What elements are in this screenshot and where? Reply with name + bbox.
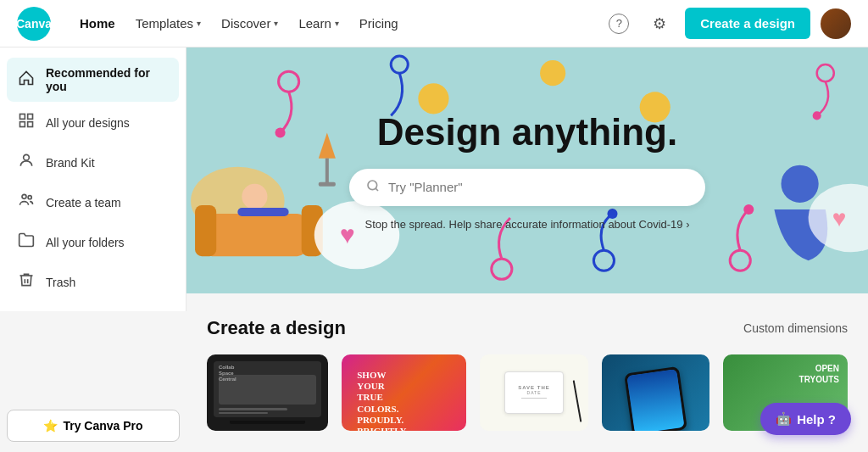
help-button[interactable]: 🤖 Help ? (760, 403, 851, 435)
settings-button[interactable]: ⚙ (644, 8, 675, 39)
design-card-presentation[interactable]: CollabSpaceCentral (207, 354, 328, 431)
svg-point-26 (743, 204, 754, 215)
nav-discover[interactable]: Discover ▾ (213, 11, 287, 36)
grid-icon (17, 112, 36, 133)
svg-point-34 (368, 181, 377, 190)
flyer-text: OPENTRYOUTS (799, 363, 839, 385)
svg-point-5 (22, 194, 26, 198)
svg-point-13 (279, 71, 299, 92)
svg-rect-2 (20, 122, 25, 127)
sidebar-bottom: ⭐ Try Canva Pro (0, 399, 186, 452)
svg-rect-19 (326, 159, 329, 184)
svg-rect-10 (302, 205, 323, 256)
sidebar-item-all-folders[interactable]: All your folders (7, 223, 179, 261)
avatar-initials (821, 8, 851, 39)
svg-rect-0 (20, 114, 25, 120)
svg-point-31 (492, 259, 512, 279)
svg-text:♥: ♥ (832, 205, 847, 232)
sidebar-item-all-designs[interactable]: All your designs (7, 103, 179, 142)
svg-marker-18 (319, 132, 336, 158)
gear-icon: ⚙ (653, 14, 666, 33)
svg-rect-20 (319, 182, 336, 187)
svg-point-27 (809, 184, 868, 252)
section-title: Create a design (207, 317, 346, 339)
canva-logo[interactable]: Canva (17, 7, 51, 41)
brand-icon (17, 152, 36, 173)
nav-home[interactable]: Home (71, 11, 124, 36)
svg-point-22 (540, 60, 565, 86)
nav-templates[interactable]: Templates ▾ (127, 11, 209, 36)
sidebar: Recommended for you All your designs Bra… (0, 47, 186, 452)
design-card-phone[interactable] (602, 354, 709, 431)
section-header: Create a design Custom dimensions (207, 317, 848, 339)
svg-point-33 (813, 111, 821, 120)
design-card-poster[interactable]: SHOWYOURTRUECOLORS.PROUDLY.BRIGHTLY. (342, 354, 466, 431)
templates-chevron-icon: ▾ (197, 19, 201, 28)
learn-chevron-icon: ▾ (335, 19, 339, 28)
home-icon (17, 70, 36, 91)
svg-point-24 (781, 165, 818, 203)
try-pro-button[interactable]: ⭐ Try Canva Pro (7, 410, 180, 442)
svg-point-32 (817, 64, 834, 81)
discover-chevron-icon: ▾ (274, 19, 278, 28)
help-icon-button[interactable]: ? (604, 8, 634, 39)
header: Canva Home Templates ▾ Discover ▾ Learn … (0, 0, 868, 47)
main-content: ♥ ♥ (186, 47, 868, 452)
star-icon: ⭐ (43, 419, 58, 432)
app-layout: Recommended for you All your designs Bra… (0, 47, 868, 452)
svg-rect-9 (195, 205, 216, 256)
sidebar-item-create-team[interactable]: Create a team (7, 183, 179, 221)
hero-banner: ♥ ♥ (186, 47, 868, 293)
svg-point-7 (191, 167, 285, 235)
svg-rect-12 (237, 208, 288, 216)
trash-icon (17, 271, 36, 293)
design-card-invitation[interactable]: SAVE THE DATE (480, 354, 587, 431)
svg-rect-8 (203, 214, 306, 256)
sidebar-item-trash[interactable]: Trash (7, 263, 179, 301)
svg-point-6 (28, 196, 31, 199)
svg-point-29 (593, 250, 614, 271)
design-cards-row: CollabSpaceCentral SHOWYOURTRUECOLORS.PR… (207, 354, 848, 431)
svg-rect-3 (28, 122, 33, 127)
header-right: ? ⚙ Create a design (604, 8, 851, 39)
nav-learn[interactable]: Learn ▾ (290, 11, 347, 36)
svg-point-14 (275, 127, 286, 137)
nav-pricing[interactable]: Pricing (351, 11, 407, 36)
create-design-button[interactable]: Create a design (685, 8, 810, 39)
help-icon: 🤖 (776, 411, 792, 427)
search-bar (349, 169, 705, 206)
svg-rect-1 (28, 114, 33, 120)
svg-point-4 (24, 154, 30, 160)
question-mark-icon: ? (609, 14, 629, 34)
sidebar-item-recommended[interactable]: Recommended for you (7, 58, 179, 102)
sidebar-item-brand-kit[interactable]: Brand Kit (7, 143, 179, 181)
avatar[interactable] (821, 8, 851, 39)
team-icon (17, 192, 36, 213)
svg-line-35 (376, 188, 378, 191)
hero-content: Design anything. Stop the spread. Help s… (349, 111, 705, 231)
svg-point-21 (418, 83, 448, 114)
hero-title: Design anything. (349, 111, 705, 153)
covid-link[interactable]: Stop the spread. Help share accurate inf… (349, 218, 705, 231)
folder-icon (17, 232, 36, 253)
search-icon (366, 179, 380, 196)
custom-dimensions-link[interactable]: Custom dimensions (743, 321, 848, 335)
main-nav: Home Templates ▾ Discover ▾ Learn ▾ Pric… (71, 11, 604, 36)
svg-point-15 (391, 56, 408, 73)
svg-point-11 (242, 184, 267, 209)
poster-text: SHOWYOURTRUECOLORS.PROUDLY.BRIGHTLY. (350, 363, 458, 431)
sidebar-nav: Recommended for you All your designs Bra… (0, 47, 186, 311)
hero-search-input[interactable] (388, 180, 688, 194)
svg-point-25 (730, 250, 750, 271)
